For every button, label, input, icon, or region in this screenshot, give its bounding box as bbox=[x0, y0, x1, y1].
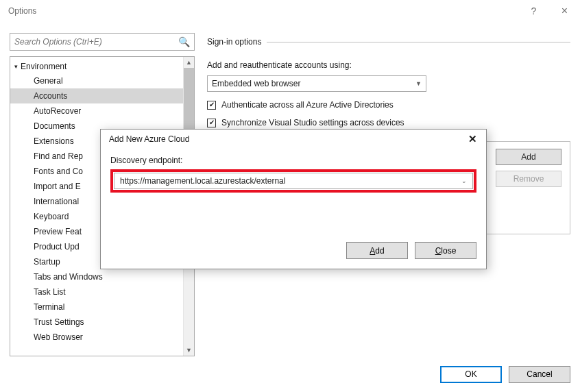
signin-heading: Sign-in options bbox=[207, 37, 267, 47]
modal-add-button[interactable]: Add bbox=[346, 242, 408, 259]
search-input[interactable] bbox=[14, 37, 178, 47]
tree-item-terminal[interactable]: Terminal bbox=[10, 299, 183, 315]
tree-item-accounts[interactable]: Accounts bbox=[10, 88, 183, 103]
discovery-endpoint-combo[interactable]: https://management.local.azurestack/exte… bbox=[114, 173, 473, 189]
tree-item-task-list[interactable]: Task List bbox=[10, 284, 183, 299]
checkbox-icon: ✔ bbox=[207, 119, 216, 127]
tree-root-environment[interactable]: ▾ Environment bbox=[10, 60, 183, 73]
auth-method-value: Embedded web browser bbox=[212, 79, 300, 88]
auth-all-directories-checkbox[interactable]: ✔ Authenticate across all Azure Active D… bbox=[207, 100, 570, 110]
collapse-icon: ▾ bbox=[14, 63, 18, 70]
chevron-down-icon: ▼ bbox=[415, 80, 422, 87]
help-button[interactable]: ? bbox=[518, 0, 549, 22]
tree-item-trust-settings[interactable]: Trust Settings bbox=[10, 315, 183, 330]
modal-titlebar: Add New Azure Cloud ✕ bbox=[101, 130, 486, 149]
modal-close-action-button[interactable]: Close bbox=[415, 242, 476, 259]
scroll-down-icon[interactable]: ▼ bbox=[184, 345, 194, 356]
remove-cloud-button: Remove bbox=[496, 171, 561, 187]
window-titlebar: Options ? × bbox=[0, 0, 580, 22]
sync-settings-label: Synchronize Visual Studio settings acros… bbox=[221, 118, 404, 127]
discovery-endpoint-label: Discovery endpoint: bbox=[110, 156, 476, 165]
add-cloud-button[interactable]: Add bbox=[496, 149, 561, 165]
dialog-footer: OK Cancel bbox=[0, 356, 580, 392]
search-icon: 🔍 bbox=[178, 36, 190, 47]
window-title: Options bbox=[8, 6, 518, 16]
tree-item-web-browser[interactable]: Web Browser bbox=[10, 330, 183, 345]
discovery-endpoint-highlight: https://management.local.azurestack/exte… bbox=[110, 169, 476, 193]
tree-item-general[interactable]: General bbox=[10, 73, 183, 88]
scroll-up-icon[interactable]: ▲ bbox=[184, 57, 194, 68]
sync-settings-checkbox[interactable]: ✔ Synchronize Visual Studio settings acr… bbox=[207, 118, 570, 127]
search-box[interactable]: 🔍 bbox=[10, 33, 195, 51]
close-icon: × bbox=[561, 5, 568, 17]
ok-button[interactable]: OK bbox=[440, 366, 502, 383]
modal-close-button[interactable]: ✕ bbox=[463, 131, 482, 147]
tree-item-tabs-and-windows[interactable]: Tabs and Windows bbox=[10, 269, 183, 284]
signin-section-header: Sign-in options bbox=[207, 34, 570, 49]
help-icon: ? bbox=[531, 5, 537, 16]
divider bbox=[267, 42, 570, 42]
tree-item-autorecover[interactable]: AutoRecover bbox=[10, 103, 183, 119]
modal-buttons: Add Close bbox=[346, 242, 476, 259]
close-icon: ✕ bbox=[468, 133, 477, 145]
chevron-down-icon: ⌄ bbox=[461, 177, 467, 184]
cloud-side-buttons: Add Remove bbox=[489, 142, 570, 234]
window-close-button[interactable]: × bbox=[549, 0, 580, 22]
discovery-endpoint-value: https://management.local.azurestack/exte… bbox=[120, 176, 285, 186]
tree-root-label: Environment bbox=[21, 62, 67, 71]
auth-all-label: Authenticate across all Azure Active Dir… bbox=[221, 100, 394, 110]
add-reauth-label: Add and reauthenticate accounts using: bbox=[207, 60, 570, 70]
modal-title: Add New Azure Cloud bbox=[109, 134, 463, 144]
modal-body: Discovery endpoint: https://management.l… bbox=[101, 149, 486, 199]
auth-method-dropdown[interactable]: Embedded web browser ▼ bbox=[207, 75, 426, 92]
add-azure-cloud-dialog: Add New Azure Cloud ✕ Discovery endpoint… bbox=[100, 129, 487, 269]
cancel-button[interactable]: Cancel bbox=[509, 366, 570, 383]
checkbox-icon: ✔ bbox=[207, 101, 216, 110]
